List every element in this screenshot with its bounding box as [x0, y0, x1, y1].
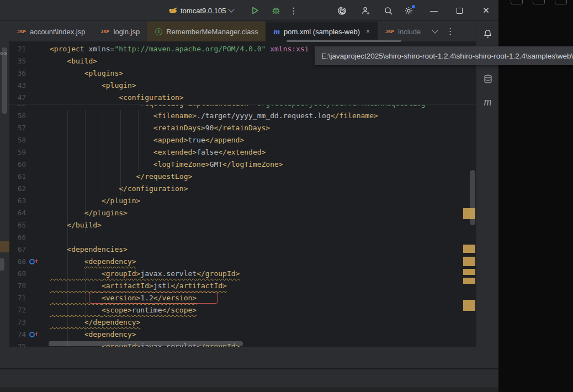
line-number: 47	[9, 92, 27, 104]
gutter[interactable]: 72	[9, 304, 50, 316]
gutter[interactable]: 21	[9, 43, 50, 55]
code-line-57[interactable]: 57 <retainDays>90</retainDays>	[9, 122, 476, 134]
tab-remembermemanager-class[interactable]: IRememberMeManager.class	[147, 22, 266, 41]
gutter[interactable]: 35	[9, 55, 50, 67]
gutter[interactable]: 61	[9, 171, 50, 183]
gutter[interactable]: 55	[9, 105, 50, 110]
dependency-update-icon[interactable]: ↑	[29, 331, 37, 338]
run-configuration-selector[interactable]: tomcat9.0.105	[168, 0, 234, 21]
warning-squiggle: <scope>runtime</scope>	[50, 306, 197, 314]
gutter[interactable]: 47	[9, 92, 50, 104]
warning-stripe-marker[interactable]	[463, 208, 475, 219]
code-line-59[interactable]: 59 <extended>false</extended>	[9, 146, 476, 158]
gutter[interactable]: 74↑	[9, 329, 50, 341]
gutter[interactable]: 75	[9, 341, 50, 347]
line-number: 72	[9, 304, 27, 316]
gutter[interactable]: 62	[9, 183, 50, 195]
line-number: 58	[9, 134, 27, 146]
left-scrollbar-thumb[interactable]	[2, 47, 7, 114]
gutter[interactable]: 66	[9, 231, 50, 243]
maven-tool-window-icon[interactable]: m	[476, 92, 499, 111]
gutter[interactable]: 67	[9, 243, 50, 256]
gutter[interactable]: 65	[9, 219, 50, 231]
jsp-file-icon: JSP	[385, 29, 394, 34]
gutter[interactable]: 60	[9, 158, 50, 171]
code-line-36[interactable]: 36 <plugins>	[9, 67, 476, 80]
notifications-bell-icon[interactable]	[476, 24, 499, 43]
add-user-button[interactable]	[356, 0, 375, 21]
ai-assistant-button[interactable]	[332, 0, 351, 21]
code-line-68[interactable]: 68↑ <dependency>	[9, 256, 476, 268]
gutter[interactable]: 73	[9, 316, 50, 329]
left-stripe-item[interactable]	[0, 241, 9, 252]
tab-login-jsp[interactable]: JSPlogin.jsp	[93, 22, 147, 41]
code-line-43[interactable]: 43 <plugin>	[9, 80, 476, 92]
gutter[interactable]: 59	[9, 146, 50, 158]
code-line-67[interactable]: 67 <dependencies>	[9, 243, 476, 256]
code-line-71[interactable]: 71 <version>1.2</version>	[9, 292, 476, 304]
maximize-button[interactable]	[448, 0, 470, 21]
warning-stripe-marker[interactable]	[463, 269, 475, 275]
gutter[interactable]: 63	[9, 195, 50, 207]
code-line-60[interactable]: 60 <logTimeZone>GMT</logTimeZone>	[9, 158, 476, 171]
hidden-tabs-chevron-icon[interactable]	[428, 22, 442, 41]
tab-pom-xml-samples-web-[interactable]: mpom.xml (samples-web)×	[266, 22, 378, 41]
code-editor[interactable]: 55 <requestLog implementation="org.eclip…	[9, 42, 476, 347]
settings-notification-dot	[412, 5, 415, 8]
warning-stripe-marker[interactable]	[463, 245, 475, 253]
code-line-61[interactable]: 61 </requestLog>	[9, 171, 476, 183]
code-line-74[interactable]: 74↑ <dependency>	[9, 329, 476, 341]
tab-include[interactable]: JSPinclude	[378, 22, 428, 41]
tab-close-icon[interactable]: ×	[366, 28, 370, 35]
left-tool-stripe: o-s	[0, 22, 9, 392]
warning-stripe-marker[interactable]	[463, 257, 475, 266]
code-line-65[interactable]: 65 </build>	[9, 219, 476, 231]
gutter[interactable]: 64	[9, 207, 50, 219]
gutter[interactable]: 43	[9, 80, 50, 92]
tab-label: pom.xml (samples-web)	[284, 28, 360, 36]
code-line-64[interactable]: 64 </plugins>	[9, 207, 476, 219]
gutter[interactable]: 56	[9, 110, 50, 122]
tab-account-index-jsp[interactable]: JSPaccount\index.jsp	[9, 22, 93, 41]
gutter[interactable]: 57	[9, 122, 50, 134]
code-line-47[interactable]: 47 <configuration>	[9, 92, 476, 104]
code-line-55[interactable]: 55 <requestLog implementation="org.eclip…	[9, 105, 476, 110]
line-number: 57	[9, 122, 27, 134]
gutter[interactable]: 70	[9, 280, 50, 292]
code-line-66[interactable]: 66	[9, 231, 476, 243]
gutter[interactable]: 69	[9, 268, 50, 280]
database-icon[interactable]	[476, 70, 499, 89]
debug-button[interactable]	[267, 0, 285, 21]
line-number: 64	[9, 207, 27, 219]
gutter[interactable]: 58	[9, 134, 50, 146]
settings-gear-icon[interactable]	[399, 0, 418, 21]
left-stripe-handle[interactable]	[0, 258, 4, 271]
code-line-62[interactable]: 62 </configuration>	[9, 183, 476, 195]
warning-stripe-marker[interactable]	[463, 300, 475, 311]
code-line-70[interactable]: 70 <artifactId>jstl</artifactId>	[9, 280, 476, 292]
tab-options-kebab-icon[interactable]: ⋮	[442, 22, 459, 41]
line-number: 56	[9, 110, 27, 122]
gutter[interactable]: 71	[9, 292, 50, 304]
more-actions-button[interactable]: ⋮	[286, 0, 301, 21]
code-line-69[interactable]: 69 <groupId>javax.servlet</groupId>	[9, 268, 476, 280]
line-number: 36	[9, 67, 27, 80]
line-number: 61	[9, 171, 27, 183]
code-line-72[interactable]: 72 <scope>runtime</scope>	[9, 304, 476, 316]
chevron-down-icon	[229, 6, 235, 12]
run-button[interactable]	[246, 0, 264, 21]
horizontal-scrollbar-thumb[interactable]	[49, 341, 243, 346]
code-lines[interactable]: 56 <filename>./target/yyyy_mm_dd.request…	[9, 110, 476, 347]
close-button[interactable]: ✕	[474, 0, 498, 21]
warning-stripe-marker[interactable]	[463, 278, 475, 284]
dependency-update-icon[interactable]: ↑	[29, 258, 37, 266]
warning-squiggle: <artifactId>jstl</artifactId>	[50, 282, 227, 290]
code-line-73[interactable]: 73 </dependency>	[9, 316, 476, 329]
code-line-63[interactable]: 63 </plugin>	[9, 195, 476, 207]
minimize-button[interactable]: —	[423, 0, 445, 21]
search-everywhere-button[interactable]	[379, 0, 397, 21]
code-line-58[interactable]: 58 <append>true</append>	[9, 134, 476, 146]
gutter[interactable]: 36	[9, 67, 50, 80]
code-line-56[interactable]: 56 <filename>./target/yyyy_mm_dd.request…	[9, 110, 476, 122]
gutter[interactable]: 68↑	[9, 256, 50, 268]
